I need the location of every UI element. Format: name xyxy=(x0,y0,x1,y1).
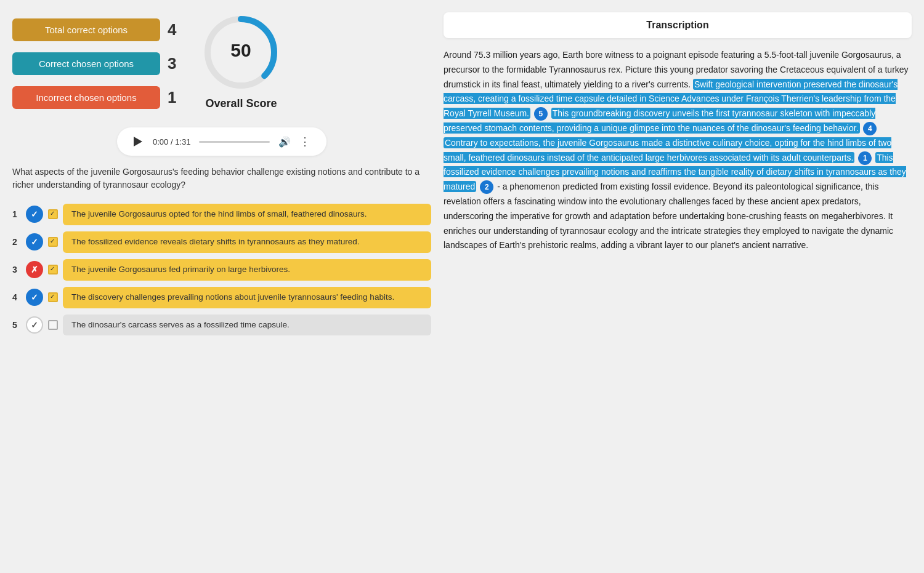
question-text: What aspects of the juvenile Gorgosaurus… xyxy=(12,166,431,191)
answer-num-2: 2 xyxy=(12,237,21,247)
answer-text-4: The discovery challenges prevailing noti… xyxy=(63,287,431,308)
total-correct-row: Total correct options 4 xyxy=(12,18,176,41)
answer-num-3: 3 xyxy=(12,265,21,274)
answer-icon-2: ✓ xyxy=(26,233,43,250)
badge-5: 5 xyxy=(534,107,548,121)
answer-item-4: 4 ✓ The discovery challenges prevailing … xyxy=(12,287,431,308)
answer-item-5: 5 ✓ The dinosaur's carcass serves as a f… xyxy=(12,315,431,336)
volume-icon[interactable]: 🔊 xyxy=(278,136,291,148)
overall-score-label: Overall Score xyxy=(205,97,277,110)
answer-item-3: 3 ✗ The juvenile Gorgosaurus fed primari… xyxy=(12,259,431,281)
answer-icon-3: ✗ xyxy=(26,261,43,278)
transcription-body: Around 75.3 million years ago, Earth bor… xyxy=(444,48,912,253)
answer-item-1: 1 ✓ The juvenile Gorgosaurus opted for t… xyxy=(12,204,431,225)
answer-checkbox-2[interactable] xyxy=(48,237,58,247)
badge-1: 1 xyxy=(858,151,872,165)
audio-player: 0:00 / 1:31 🔊 ⋮ xyxy=(117,127,326,156)
answer-icon-1: ✓ xyxy=(26,206,43,223)
summary-area: Total correct options 4 Correct chosen o… xyxy=(12,12,431,111)
transcription-highlight-3: Contrary to expectations, the juvenile G… xyxy=(444,137,891,163)
total-correct-badge: Total correct options xyxy=(12,18,160,41)
more-options-icon[interactable]: ⋮ xyxy=(299,135,312,148)
answer-checkbox-1[interactable] xyxy=(48,209,58,219)
answer-num-1: 1 xyxy=(12,209,21,219)
score-labels: Total correct options 4 Correct chosen o… xyxy=(12,12,176,111)
answer-checkbox-3[interactable] xyxy=(48,265,58,274)
audio-progress-bar[interactable] xyxy=(199,141,270,143)
badge-4: 4 xyxy=(863,122,877,135)
play-button[interactable] xyxy=(132,135,144,148)
answer-text-2: The fossilized evidence reveals dietary … xyxy=(63,231,431,253)
answer-num-4: 4 xyxy=(12,292,21,302)
answer-text-3: The juvenile Gorgosaurus fed primarily o… xyxy=(63,259,431,281)
audio-time: 0:00 / 1:31 xyxy=(153,137,190,146)
answer-checkbox-4[interactable] xyxy=(48,292,58,302)
answer-icon-5: ✓ xyxy=(26,316,43,334)
circle-score: 50 Overall Score xyxy=(201,12,281,110)
correct-chosen-value: 3 xyxy=(168,54,176,73)
correct-chosen-badge: Correct chosen options xyxy=(12,52,160,75)
play-icon xyxy=(134,137,142,146)
answer-text-5: The dinosaur's carcass serves as a fossi… xyxy=(63,315,431,336)
total-correct-value: 4 xyxy=(168,20,176,39)
correct-chosen-row: Correct chosen options 3 xyxy=(12,52,176,75)
answer-checkbox-5[interactable] xyxy=(48,320,58,330)
transcription-dash: - a phenomenon predicted from existing f… xyxy=(444,182,893,250)
transcription-header: Transcription xyxy=(444,12,912,38)
incorrect-chosen-value: 1 xyxy=(168,88,176,107)
answer-list: 1 ✓ The juvenile Gorgosaurus opted for t… xyxy=(12,204,431,335)
badge-2: 2 xyxy=(480,180,493,194)
incorrect-chosen-badge: Incorrect chosen options xyxy=(12,86,160,109)
incorrect-chosen-row: Incorrect chosen options 1 xyxy=(12,86,176,109)
answer-item-2: 2 ✓ The fossilized evidence reveals diet… xyxy=(12,231,431,253)
answer-num-5: 5 xyxy=(12,320,21,330)
right-panel: Transcription Around 75.3 million years … xyxy=(444,12,912,561)
svg-text:50: 50 xyxy=(231,40,251,60)
left-panel: Total correct options 4 Correct chosen o… xyxy=(12,12,431,561)
answer-text-1: The juvenile Gorgosaurus opted for the h… xyxy=(63,204,431,225)
answer-icon-4: ✓ xyxy=(26,289,43,306)
